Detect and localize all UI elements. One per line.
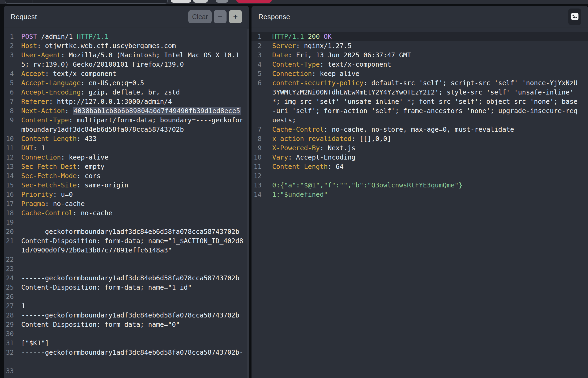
repeater-app: Request Clear − + 1POST /admin/1 HTTP/1.… — [0, 0, 588, 378]
code-line: 4Accept: text/x-component — [4, 69, 249, 78]
code-line: 29Content-Disposition: form-data; name="… — [4, 320, 249, 329]
request-panel-title: Request — [11, 13, 37, 21]
code-line: 18Cache-Control: no-cache — [4, 208, 249, 218]
code-text: Content-Disposition: form-data; name="1_… — [21, 283, 192, 292]
browser-toolbar — [0, 0, 588, 4]
code-text: Priority: u=0 — [21, 190, 73, 199]
response-panel-header: Response — [252, 6, 588, 28]
code-text: Host: otjwrtkc.web.ctf.uscybergames.com — [21, 41, 176, 50]
code-text: ["$K1"] — [21, 338, 49, 348]
code-line: 3YWMtYzM2Ni00NTdhLWEwMmEtY2Y4YzYwOTEzY2I… — [252, 88, 588, 97]
panel-splitter[interactable] — [249, 6, 252, 378]
line-number: 33 — [4, 366, 14, 376]
line-number: 2 — [252, 41, 262, 50]
code-line: 14Sec-Fetch-Mode: cors — [4, 171, 249, 181]
code-text: Connection: keep-alive — [272, 69, 359, 78]
code-text: ------geckoformboundary1adf3dc84eb6d58fa… — [21, 311, 239, 320]
response-viewer[interactable]: 1HTTP/1.1 200 OK2Server: nginx/1.27.53Da… — [252, 29, 588, 378]
line-number: 1 — [252, 32, 262, 41]
code-text: Accept: text/x-component — [21, 69, 116, 78]
code-line: 4Content-Type: text/x-component — [252, 60, 588, 69]
line-number: 1 — [4, 32, 14, 41]
code-line: uests; — [252, 115, 588, 125]
code-text: Content-Disposition: form-data; name="1_… — [21, 236, 243, 246]
toolbar-button-3[interactable] — [216, 0, 228, 3]
url-input[interactable] — [5, 0, 168, 4]
code-line: 16Priority: u=0 — [4, 190, 249, 199]
request-editor[interactable]: 1POST /admin/1 HTTP/1.12Host: otjwrtkc.w… — [4, 29, 249, 378]
code-text: HTTP/1.1 200 OK — [272, 32, 332, 41]
code-text: - — [21, 357, 25, 366]
line-number — [252, 88, 262, 97]
line-number: 19 — [4, 218, 14, 227]
plus-button[interactable]: + — [229, 10, 242, 23]
code-text: Date: Fri, 13 Jun 2025 06:37:47 GMT — [272, 50, 411, 60]
code-text: content-security-policy: default-src 'se… — [272, 78, 578, 88]
line-number: 2 — [4, 41, 14, 50]
code-text: 1 — [21, 301, 25, 311]
code-line: 271 — [4, 301, 249, 311]
code-text: Referer: http://127.0.0.1:3000/admin/4 — [21, 97, 172, 106]
line-number: 20 — [4, 227, 14, 236]
code-line: 11Content-Length: 64 — [252, 162, 588, 171]
code-line: 8x-action-revalidated: [[],0,0] — [252, 134, 588, 143]
code-line: 11DNT: 1 — [4, 143, 249, 153]
code-line: 31["$K1"] — [4, 338, 249, 348]
line-number: 24 — [4, 273, 14, 283]
line-number — [4, 125, 14, 134]
code-line: 28------geckoformboundary1adf3dc84eb6d58… — [4, 311, 249, 320]
code-text: Accept-Language: en-US,en;q=0.5 — [21, 78, 144, 88]
code-line: 1HTTP/1.1 200 OK — [252, 32, 588, 41]
toolbar-send-button[interactable] — [236, 0, 272, 3]
line-number: 32 — [4, 348, 14, 357]
code-line: 6content-security-policy: default-src 's… — [252, 78, 588, 88]
response-panel: Response 1HTTP/1.1 200 OK2Server: nginx/… — [252, 6, 588, 378]
code-text: Pragma: no-cache — [21, 199, 85, 208]
line-number: 13 — [252, 181, 262, 190]
code-text: -uri 'self'; form-action 'self'; frame-a… — [272, 106, 578, 115]
code-line: 32------geckoformboundary1adf3dc84eb6d58… — [4, 348, 249, 357]
line-number: 30 — [4, 329, 14, 338]
request-scrollbar[interactable] — [247, 29, 249, 378]
code-line: 9Content-Type: multipart/form-data; boun… — [4, 115, 249, 125]
image-preview-button[interactable] — [568, 8, 581, 25]
code-line: 5Connection: keep-alive — [252, 69, 588, 78]
code-text: Content-Length: 64 — [272, 162, 344, 171]
toolbar-button-2[interactable] — [193, 0, 208, 3]
line-number — [4, 60, 14, 69]
line-number: 21 — [4, 236, 14, 246]
code-line: 1POST /admin/1 HTTP/1.1 — [4, 32, 249, 41]
code-text: Next-Action: 4038bab1cb8b6b89804a0d7f494… — [21, 106, 241, 115]
line-number: 7 — [4, 97, 14, 106]
code-line: 12 — [252, 171, 588, 181]
line-number: 14 — [4, 171, 14, 181]
code-text: uests; — [272, 115, 296, 125]
code-line: 9X-Powered-By: Next.js — [252, 143, 588, 153]
code-text: DNT: 1 — [21, 143, 45, 153]
line-number: 15 — [4, 181, 14, 190]
line-number: 11 — [4, 143, 14, 153]
code-text: POST /admin/1 HTTP/1.1 — [21, 32, 108, 41]
code-line: 10Content-Length: 433 — [4, 134, 249, 143]
line-number — [4, 357, 14, 366]
code-text: *; img-src 'self' 'unsafe-inline' *; fon… — [272, 97, 578, 106]
code-text: Connection: keep-alive — [21, 153, 108, 162]
code-text: 5; rv:139.0) Gecko/20100101 Firefox/139.… — [21, 60, 184, 69]
code-text: 1:"$undefined" — [272, 190, 328, 199]
code-line: 6Accept-Encoding: gzip, deflate, br, zst… — [4, 88, 249, 97]
line-number — [252, 106, 262, 115]
minus-button[interactable]: − — [214, 10, 227, 23]
code-text: Sec-Fetch-Site: same-origin — [21, 181, 128, 190]
code-text: 1d70900d0f972b0a13b87c77891effc6148a3" — [21, 246, 172, 255]
line-number: 6 — [4, 88, 14, 97]
code-line: 5Accept-Language: en-US,en;q=0.5 — [4, 78, 249, 88]
clear-button[interactable]: Clear — [188, 10, 212, 23]
toolbar-button-1[interactable] — [171, 0, 191, 3]
line-number — [252, 115, 262, 125]
code-line: 12Connection: keep-alive — [4, 153, 249, 162]
code-text: Content-Type: text/x-component — [272, 60, 391, 69]
line-number: 26 — [4, 292, 14, 301]
line-number: 5 — [4, 78, 14, 88]
code-line: 3User-Agent: Mozilla/5.0 (Macintosh; Int… — [4, 50, 249, 60]
code-text: Content-Type: multipart/form-data; bound… — [21, 115, 243, 125]
